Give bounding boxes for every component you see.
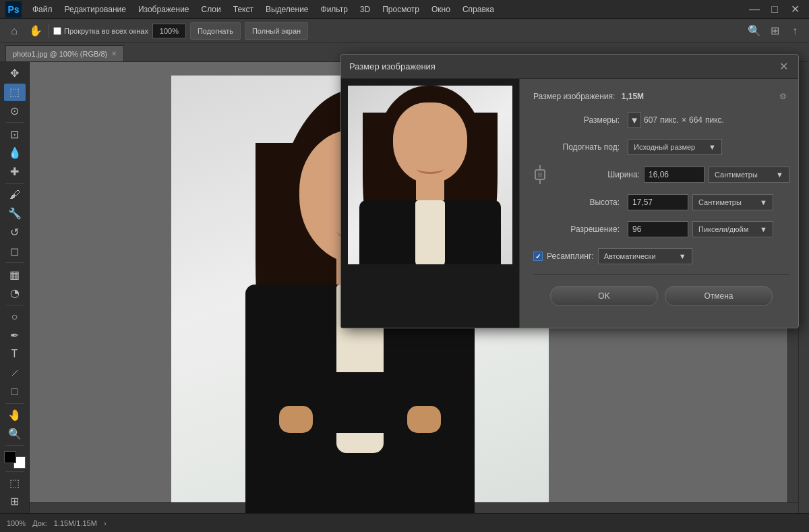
color-swatches[interactable] <box>4 451 26 469</box>
tab-photo1[interactable]: photo1.jpg @ 100% (RGB/8) ✕ <box>5 45 124 61</box>
tab-close-icon[interactable]: ✕ <box>111 50 117 57</box>
lasso-tool[interactable]: ⊙ <box>4 102 26 120</box>
minimize-icon[interactable]: — <box>746 1 763 18</box>
resolution-input[interactable] <box>628 221 688 237</box>
zoom-tool[interactable]: 🔍 <box>4 425 26 442</box>
image-size-dialog: Размер изображения ✕ <box>340 54 799 328</box>
pen-tool[interactable]: ✒ <box>4 326 26 344</box>
gradient-tool[interactable]: ▦ <box>4 266 26 283</box>
menu-select[interactable]: Выделение <box>260 3 314 16</box>
resample-row: Ресамплинг: Автоматически ▼ <box>533 247 789 265</box>
arrange-icon[interactable]: ⊞ <box>766 22 783 40</box>
height-input[interactable] <box>628 194 688 210</box>
dialog-settings: Размер изображения: 1,15M ⚙ Размеры: ▼ 6… <box>520 79 803 328</box>
status-bar: 100% Док: 1.15M/1.15M › <box>0 513 809 532</box>
dodge-tool[interactable]: ○ <box>4 308 26 326</box>
size-value: 1,15M <box>622 92 644 101</box>
status-doc-value: 1.15M/1.15M <box>54 519 97 527</box>
menu-help[interactable]: Справка <box>457 3 500 16</box>
dims-unit-1: пикс. <box>660 115 679 125</box>
resample-checkbox[interactable] <box>533 252 543 261</box>
menu-image[interactable]: Изображение <box>133 3 195 16</box>
healing-tool[interactable]: ✚ <box>4 163 26 181</box>
brush-tool[interactable]: 🖌 <box>4 186 26 204</box>
quick-mask-tool[interactable]: ⬚ <box>4 474 26 492</box>
resample-checkbox-label[interactable]: Ресамплинг: <box>533 252 594 261</box>
menu-window[interactable]: Окно <box>426 3 456 16</box>
eyedropper-tool[interactable]: 💧 <box>4 144 26 162</box>
width-row: ⛓ Ширина: Сантиметры ▼ <box>533 165 789 184</box>
dims-x: × <box>682 115 686 125</box>
menu-file[interactable]: Файл <box>27 3 58 16</box>
menu-edit[interactable]: Редактирование <box>59 3 131 16</box>
ok-button[interactable]: OK <box>550 286 658 306</box>
select-tool[interactable]: ⬚ <box>4 84 26 101</box>
history-tool[interactable]: ↺ <box>4 224 26 241</box>
menu-3d[interactable]: 3D <box>355 3 376 16</box>
resolution-row: Разрешение: Пиксели/дюйм ▼ <box>533 220 789 238</box>
fit-label: Подогнать под: <box>533 142 628 152</box>
menu-bar: Ps Файл Редактирование Изображение Слои … <box>0 0 809 19</box>
share-icon[interactable]: ↑ <box>786 22 804 40</box>
resolution-unit-dropdown[interactable]: Пиксели/дюйм ▼ <box>692 221 773 237</box>
status-arrow[interactable]: › <box>104 519 107 527</box>
stamp-tool[interactable]: 🔧 <box>4 205 26 223</box>
fullscreen-button[interactable]: Полный экран <box>245 22 308 40</box>
settings-gear-icon[interactable]: ⚙ <box>776 90 789 103</box>
width-label: Ширина: <box>549 170 644 179</box>
width-unit-dropdown[interactable]: Сантиметры ▼ <box>709 167 789 183</box>
dialog-header: Размер изображения ✕ <box>341 55 798 79</box>
size-row: Размер изображения: 1,15M ⚙ <box>533 90 789 103</box>
dimensions-row: Размеры: ▼ 607 пикс. × 664 пикс. <box>533 111 789 129</box>
text-tool[interactable]: T <box>4 345 26 363</box>
app-logo: Ps <box>5 1 22 18</box>
toolbar: ⌂ ✋ Прокрутка во всех окнах Подогнать По… <box>0 19 809 43</box>
crop-tool[interactable]: ⊡ <box>4 125 26 143</box>
resolution-label: Разрешение: <box>533 225 628 234</box>
fit-row: Подогнать под: Исходный размер ▼ <box>533 138 789 156</box>
fit-button[interactable]: Подогнать <box>190 22 241 40</box>
status-zoom: 100% <box>7 519 26 527</box>
height-row: Высота: Сантиметры ▼ <box>533 194 789 211</box>
foreground-color[interactable] <box>4 451 16 463</box>
dialog-preview <box>341 79 520 328</box>
dialog-title: Размер изображения <box>349 61 436 71</box>
menu-view[interactable]: Просмотр <box>377 3 425 16</box>
height-unit-dropdown[interactable]: Сантиметры ▼ <box>692 194 773 210</box>
resample-dropdown[interactable]: Автоматически ▼ <box>598 248 692 264</box>
size-label: Размер изображения: <box>533 92 619 101</box>
dialog-close-button[interactable]: ✕ <box>777 60 790 73</box>
width-input[interactable] <box>644 167 705 183</box>
height-label: Высота: <box>533 198 628 207</box>
link-chain-icon[interactable]: ⛓ <box>535 169 545 180</box>
shape-tool[interactable]: □ <box>4 383 26 401</box>
dims-unit-2: пикс. <box>705 115 724 125</box>
hand-tool[interactable]: 🤚 <box>4 406 26 423</box>
scroll-all-checkbox[interactable]: Прокрутка во всех окнах <box>53 27 148 35</box>
zoom-input[interactable] <box>152 24 186 38</box>
dialog-body: Размер изображения: 1,15M ⚙ Размеры: ▼ 6… <box>341 79 798 328</box>
blur-tool[interactable]: ◔ <box>4 285 26 302</box>
cancel-button[interactable]: Отмена <box>665 286 773 306</box>
dims-toggle[interactable]: ▼ <box>628 112 641 128</box>
menu-layers[interactable]: Слои <box>196 3 227 16</box>
close-icon[interactable]: ✕ <box>786 1 804 18</box>
dims-label: Размеры: <box>533 115 628 125</box>
status-doc-label: Док: <box>32 519 47 527</box>
restore-icon[interactable]: □ <box>766 1 783 18</box>
tools-panel: ✥ ⬚ ⊙ ⊡ 💧 ✚ 🖌 🔧 ↺ ◻ ▦ ◔ ○ ✒ T ⟋ □ 🤚 🔍 ⬚ … <box>0 62 30 513</box>
dims-height: 664 <box>689 115 702 125</box>
screen-mode-tool[interactable]: ⊞ <box>4 493 26 510</box>
menu-text[interactable]: Текст <box>228 3 259 16</box>
preview-image <box>348 86 512 264</box>
search-icon[interactable]: 🔍 <box>746 22 763 40</box>
dialog-footer: OK Отмена <box>533 274 789 317</box>
hand-tool-icon[interactable]: ✋ <box>27 22 44 40</box>
eraser-tool[interactable]: ◻ <box>4 243 26 260</box>
menu-filter[interactable]: Фильтр <box>316 3 353 16</box>
home-icon[interactable]: ⌂ <box>5 22 23 40</box>
resample-label: Ресамплинг: <box>547 252 594 261</box>
path-tool[interactable]: ⟋ <box>4 364 26 382</box>
move-tool[interactable]: ✥ <box>4 65 26 82</box>
fit-dropdown[interactable]: Исходный размер ▼ <box>628 139 722 155</box>
